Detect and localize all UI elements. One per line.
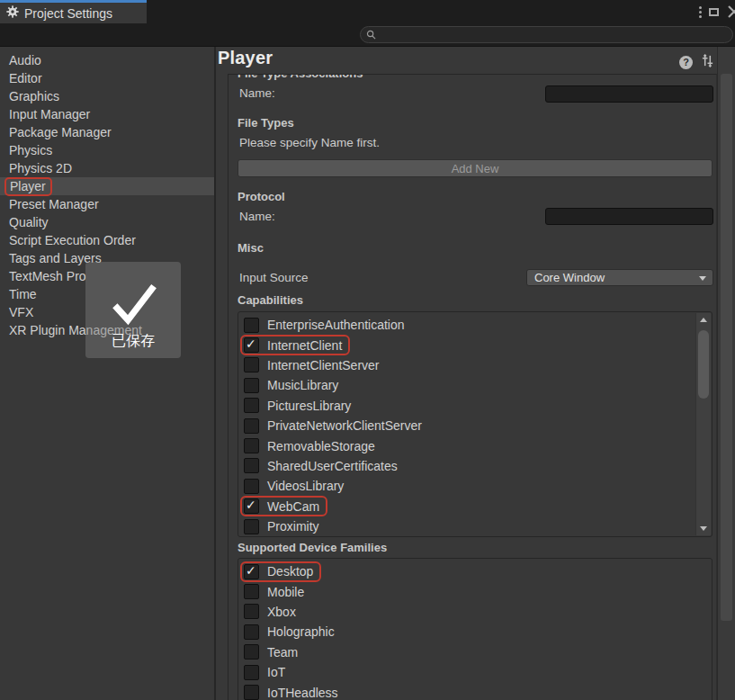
fta-name-field[interactable] <box>545 85 713 103</box>
section-protocol: Protocol <box>238 190 285 203</box>
checkbox[interactable] <box>244 378 259 393</box>
device-family-label: Mobile <box>267 585 304 599</box>
section-capabilities: Capabilities <box>238 293 303 307</box>
capability-label: EnterpriseAuthentication <box>267 318 405 332</box>
more-menu-icon[interactable] <box>694 4 706 20</box>
fta-name-label: Name: <box>239 86 275 100</box>
page-title: Player <box>218 48 273 68</box>
input-source-label: Input Source <box>239 271 309 284</box>
input-source-dropdown[interactable]: Core Window <box>526 269 713 286</box>
device-families-listbox: Desktop Mobile Xbox <box>238 558 713 700</box>
section-device-families: Supported Device Families <box>238 541 387 554</box>
file-types-hint: Please specify Name first. <box>239 136 380 149</box>
sidebar-item[interactable]: Player <box>0 177 214 195</box>
maximize-icon[interactable] <box>709 4 722 20</box>
sidebar-item[interactable]: Graphics <box>0 87 214 105</box>
device-family-row: IoTHeadless <box>240 682 708 700</box>
tab-project-settings[interactable]: Project Settings <box>0 0 147 23</box>
checkbox[interactable] <box>244 685 259 700</box>
main-scrollbar-thumb[interactable] <box>721 74 732 621</box>
checkbox[interactable] <box>244 665 259 680</box>
sidebar-item-label: Quality <box>9 215 49 229</box>
search-input[interactable] <box>360 26 733 43</box>
protocol-name-field[interactable] <box>545 208 713 225</box>
capability-label: MusicLibrary <box>267 378 338 392</box>
help-icon[interactable]: ? <box>679 56 693 69</box>
device-family-label: IoTHeadless <box>267 686 338 700</box>
sidebar-item-label: Player <box>4 177 52 196</box>
checkbox[interactable] <box>244 479 259 494</box>
capabilities-scrollbar[interactable] <box>695 313 711 535</box>
saved-toast-text: 已保存 <box>112 332 155 351</box>
sidebar-item[interactable]: Physics <box>0 141 214 159</box>
checkbox[interactable] <box>244 438 259 453</box>
sidebar-item-label: Preset Manager <box>9 197 99 211</box>
capability-row: VideosLibrary <box>240 476 695 496</box>
capability-row: PicturesLibrary <box>240 396 695 416</box>
checkbox[interactable] <box>244 418 259 434</box>
preset-icon[interactable] <box>701 54 714 70</box>
title-bar: Project Settings <box>0 0 735 47</box>
device-family-label: Desktop <box>267 564 313 579</box>
sidebar-item[interactable]: Editor <box>0 69 214 87</box>
capability-label: Proximity <box>267 519 319 534</box>
capabilities-listbox: EnterpriseAuthentication InternetClient … <box>238 311 713 537</box>
sidebar-item-label: TextMesh Pro <box>9 269 86 283</box>
checkbox[interactable] <box>244 644 259 660</box>
tab-title: Project Settings <box>24 6 112 21</box>
capabilities-rows: EnterpriseAuthentication InternetClient … <box>240 315 695 536</box>
close-icon[interactable] <box>727 4 735 20</box>
scroll-down-icon[interactable] <box>700 526 707 531</box>
checkbox[interactable] <box>244 604 259 619</box>
device-family-row: IoT <box>240 662 708 682</box>
device-family-row: Xbox <box>240 602 708 622</box>
device-family-row: Team <box>240 642 708 662</box>
device-family-row: Holographic <box>240 622 708 642</box>
checkbox[interactable] <box>244 624 259 640</box>
input-source-value: Core Window <box>534 271 605 284</box>
capability-label: WebCam <box>267 499 319 514</box>
main-scrollbar[interactable] <box>717 47 735 700</box>
checkbox[interactable] <box>244 337 259 353</box>
capability-label: PicturesLibrary <box>267 399 351 413</box>
checkbox[interactable] <box>244 584 259 599</box>
sidebar-item[interactable]: Input Manager <box>0 105 214 123</box>
checkbox[interactable] <box>244 357 259 372</box>
device-family-label: IoT <box>267 665 285 679</box>
checkbox[interactable] <box>244 398 259 413</box>
capability-row: InternetClientServer <box>240 355 695 375</box>
device-family-row: Mobile <box>240 581 708 601</box>
sidebar-item[interactable]: Quality <box>0 213 214 231</box>
checkbox[interactable] <box>244 564 259 579</box>
capability-row: PrivateNetworkClientServer <box>240 416 695 435</box>
capability-row: RemovableStorage <box>240 435 695 455</box>
capability-row: InternetClient <box>240 335 695 354</box>
settings-scroll-area: File Type Associations Name: File Types … <box>228 74 717 700</box>
sidebar-item[interactable]: Physics 2D <box>0 159 214 177</box>
sidebar-item-label: Graphics <box>9 89 59 103</box>
sidebar-item[interactable]: Package Manager <box>0 123 214 141</box>
sidebar-item[interactable]: Audio <box>0 51 214 69</box>
scrollbar-thumb[interactable] <box>698 330 709 399</box>
checkbox[interactable] <box>244 318 259 333</box>
checkbox[interactable] <box>244 498 259 514</box>
sidebar-item-label: Editor <box>9 71 42 85</box>
checkbox[interactable] <box>244 458 259 473</box>
sidebar-item-label: Physics <box>9 143 52 157</box>
device-family-row: Desktop <box>240 561 708 581</box>
sidebar-item-label: Input Manager <box>9 107 90 121</box>
capability-label: InternetClient <box>267 338 342 353</box>
sidebar-item[interactable]: Script Execution Order <box>0 231 214 249</box>
capability-row: Proximity <box>240 516 695 536</box>
capability-label: PrivateNetworkClientServer <box>267 418 422 433</box>
section-file-types: File Types <box>238 116 294 130</box>
add-new-button[interactable]: Add New <box>238 159 713 177</box>
sidebar-item[interactable]: Preset Manager <box>0 195 214 213</box>
scroll-up-icon[interactable] <box>700 318 707 322</box>
pane-divider <box>214 47 216 700</box>
section-misc: Misc <box>238 241 264 255</box>
checkbox[interactable] <box>244 519 259 534</box>
capability-label: InternetClientServer <box>267 358 380 372</box>
capability-label: SharedUserCertificates <box>267 459 398 473</box>
check-icon <box>101 262 166 330</box>
